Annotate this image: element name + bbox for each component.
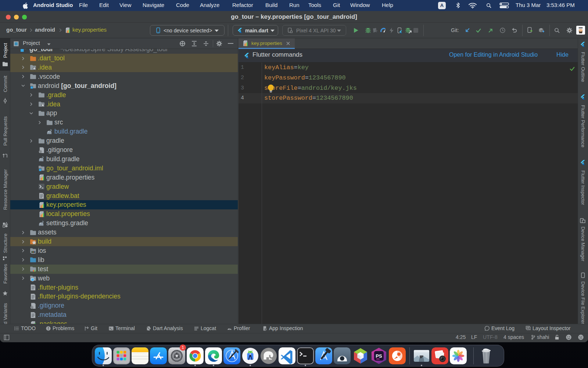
svg-text:PS: PS (376, 353, 382, 359)
